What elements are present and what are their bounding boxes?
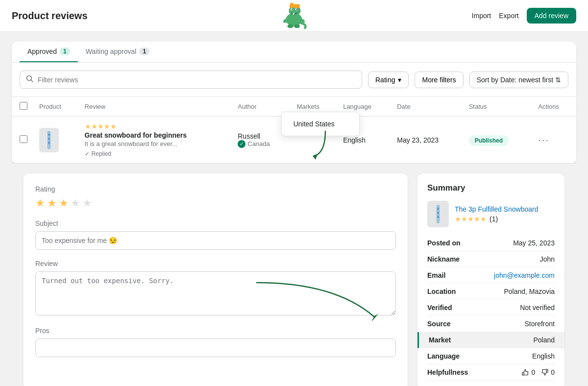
search-box[interactable] [20, 71, 362, 89]
language-value: English [532, 352, 555, 360]
svg-rect-8 [293, 13, 294, 14]
svg-point-5 [296, 8, 297, 9]
actions-cell[interactable]: ··· [532, 117, 576, 164]
status-badge: Published [469, 135, 509, 146]
more-filters-button[interactable]: More filters [415, 72, 463, 88]
product-link[interactable]: The 3p Fulfilled Snowboard [455, 205, 538, 213]
summary-title: Summary [427, 183, 555, 193]
summary-row-nickname: Nickname John [427, 251, 555, 267]
markets-tooltip: United States [281, 112, 360, 136]
col-review: Review [79, 97, 232, 117]
page-title: Product reviews [12, 10, 88, 22]
review-label: Review [35, 260, 396, 267]
posted-on-label: Posted on [427, 239, 461, 247]
svg-rect-22 [437, 216, 439, 218]
summary-row-location: Location Poland, Mazovia [427, 284, 555, 300]
search-icon [26, 75, 34, 84]
review-title: Great snowboard for beginners [85, 131, 226, 139]
reviews-table-wrapper: Product Review Author Markets Language D… [12, 96, 576, 164]
select-all-checkbox[interactable] [20, 102, 27, 110]
star-4[interactable]: ★ [71, 197, 80, 210]
product-summary: The 3p Fulfilled Snowboard ★★★★★ (1) [427, 201, 555, 227]
export-button[interactable]: Export [499, 12, 518, 20]
review-textarea[interactable]: Turned out too expensive. Sorry. [35, 271, 396, 315]
tab-approved[interactable]: Approved 1 [20, 42, 78, 62]
source-value: Storefront [525, 320, 555, 328]
col-date: Date [391, 97, 463, 117]
pros-group: Pros [35, 327, 396, 357]
star-2[interactable]: ★ [47, 197, 57, 210]
status-cell: Published [463, 117, 533, 164]
language-label: Language [427, 352, 460, 360]
main-content: Approved 1 Waiting approval 1 Rating ▾ M… [0, 32, 588, 386]
email-value[interactable]: john@example.com [494, 271, 555, 279]
posted-on-value: May 25, 2023 [513, 239, 555, 247]
summary-row-language: Language English [427, 348, 555, 364]
review-group: Review Turned out too expensive. Sorry. [35, 260, 396, 317]
filters-bar: Rating ▾ More filters Sort by Date: newe… [12, 63, 576, 96]
author-verified: ✓ Canada [238, 140, 285, 148]
product-image [39, 128, 59, 152]
lower-section: Rating ★ ★ ★ ★ ★ Subject Review Turned o… [12, 164, 576, 386]
verified-value: Not verified [520, 304, 555, 312]
market-label: Market [429, 336, 451, 344]
helpfulness-controls: 0 0 [521, 368, 555, 376]
col-status: Status [463, 97, 533, 117]
summary-row-market: Market Poland [417, 332, 564, 348]
rating-label: Rating [35, 185, 396, 193]
svg-rect-15 [48, 133, 49, 136]
actions-menu-button[interactable]: ··· [538, 134, 549, 145]
rating-group: Rating ★ ★ ★ ★ ★ [35, 185, 396, 210]
reviews-table: Product Review Author Markets Language D… [12, 96, 576, 164]
location-value: Poland, Mazovia [504, 288, 555, 295]
header: Product reviews [0, 0, 588, 32]
check-icon: ✓ [85, 150, 90, 157]
star-5[interactable]: ★ [82, 197, 92, 210]
summary-row-verified: Verified Not verified [427, 300, 555, 316]
col-actions: Actions [532, 97, 576, 117]
waiting-badge: 1 [139, 48, 149, 55]
date-cell: May 23, 2023 [391, 117, 463, 164]
rating-filter-button[interactable]: Rating ▾ [368, 72, 409, 88]
review-stars: ★★★★★ [85, 122, 226, 130]
product-thumbnail [427, 201, 449, 227]
star-1[interactable]: ★ [35, 197, 45, 210]
thumbs-up-icon [521, 368, 529, 376]
svg-rect-21 [437, 212, 439, 214]
sort-button[interactable]: Sort by Date: newest first ⇅ [469, 72, 568, 88]
nickname-label: Nickname [427, 255, 460, 263]
svg-point-3 [292, 8, 293, 9]
pros-label: Pros [35, 327, 396, 335]
subject-input[interactable] [35, 231, 396, 250]
thumbs-up-button[interactable]: 0 [521, 368, 535, 376]
pros-input[interactable] [35, 338, 396, 357]
summary-row-email: Email john@example.com [427, 267, 555, 284]
import-button[interactable]: Import [472, 12, 491, 20]
thumbs-down-icon [541, 368, 549, 376]
tabs-bar: Approved 1 Waiting approval 1 [12, 42, 576, 63]
add-review-button[interactable]: Add review [527, 8, 576, 24]
market-value: Poland [533, 336, 555, 344]
source-label: Source [427, 320, 450, 328]
markets-cell: United States [291, 117, 337, 164]
review-excerpt: It is a great snowboard for ever... [85, 140, 226, 147]
product-stars: ★★★★★ [455, 215, 487, 223]
product-review-count: (1) [490, 215, 498, 223]
reviews-card: Approved 1 Waiting approval 1 Rating ▾ M… [12, 42, 576, 164]
svg-rect-16 [48, 138, 49, 140]
row-checkbox[interactable] [20, 135, 27, 143]
star-3[interactable]: ★ [59, 197, 69, 210]
email-label: Email [427, 271, 445, 279]
rating-stars[interactable]: ★ ★ ★ ★ ★ [35, 197, 396, 210]
subject-group: Subject [35, 219, 396, 250]
summary-row-helpfulness: Helpfullness 0 0 [427, 364, 555, 381]
sort-icon: ⇅ [555, 76, 561, 84]
search-input[interactable] [38, 76, 356, 84]
thumbs-down-button[interactable]: 0 [541, 368, 555, 376]
header-actions: Import Export Add review [472, 8, 576, 24]
svg-rect-7 [291, 2, 294, 5]
location-label: Location [427, 288, 456, 295]
tab-waiting-approval[interactable]: Waiting approval 1 [78, 42, 157, 62]
summary-rows: Posted on May 25, 2023 Nickname John Ema… [427, 235, 555, 381]
product-cell [33, 117, 79, 164]
